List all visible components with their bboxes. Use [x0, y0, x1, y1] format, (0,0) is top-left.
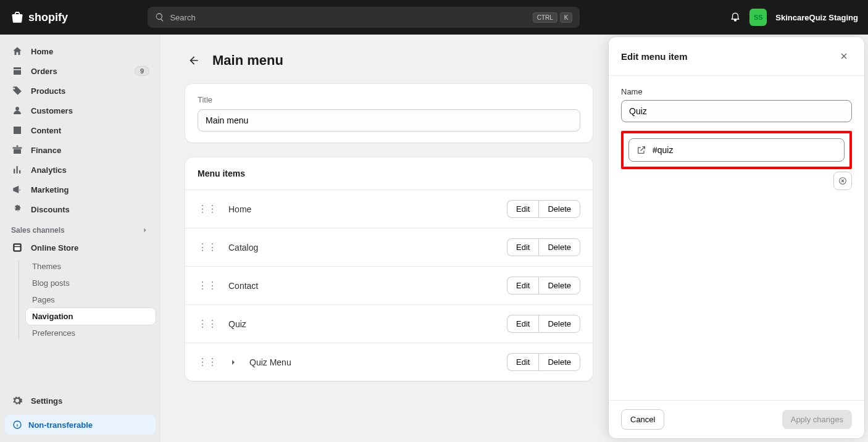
title-label: Title [198, 95, 580, 104]
link-input-wrapper[interactable] [628, 138, 845, 162]
drag-handle-icon[interactable]: ⋮⋮ [198, 280, 217, 291]
delete-button[interactable]: Delete [538, 200, 580, 218]
delete-button[interactable]: Delete [538, 238, 580, 256]
store-name[interactable]: SkincareQuiz Staging [775, 13, 858, 22]
sidebar-item-marketing[interactable]: Marketing [5, 180, 156, 199]
sidebar-item-label: Home [31, 47, 53, 56]
menu-item-label: Quiz Menu [249, 357, 496, 367]
sidebar-item-online-store[interactable]: Online Store [5, 238, 156, 257]
drag-handle-icon[interactable]: ⋮⋮ [198, 203, 217, 215]
edit-button[interactable]: Edit [507, 277, 538, 294]
external-link-icon [636, 145, 646, 155]
search-icon [155, 12, 165, 22]
gear-icon [11, 395, 23, 406]
menu-item-label: Contact [228, 281, 496, 291]
menu-row: ⋮⋮ Catalog Edit Delete [185, 228, 593, 266]
menu-row: ⋮⋮ Home Edit Delete [185, 190, 593, 228]
search-input[interactable]: Search CTRLK [148, 7, 580, 28]
non-transferable-badge[interactable]: Non-transferable [5, 415, 156, 435]
sidebar-item-label: Settings [31, 396, 62, 406]
menu-row: ⋮⋮ Contact Edit Delete [185, 266, 593, 304]
menu-item-label: Quiz [228, 319, 496, 329]
sidebar-item-customers[interactable]: Customers [5, 101, 156, 120]
products-icon [11, 85, 23, 96]
chevron-right-icon[interactable] [228, 357, 238, 367]
sidebar-item-products[interactable]: Products [5, 81, 156, 100]
page-title: Main menu [212, 52, 283, 69]
cancel-button[interactable]: Cancel [621, 409, 664, 430]
subnav-pages[interactable]: Pages [26, 291, 156, 308]
arrow-left-icon [188, 54, 200, 67]
clear-link-button[interactable] [833, 172, 852, 190]
sidebar-item-analytics[interactable]: Analytics [5, 161, 156, 179]
sidebar-item-label: Products [31, 86, 65, 96]
edit-button[interactable]: Edit [507, 315, 538, 333]
edit-button[interactable]: Edit [507, 238, 538, 256]
delete-button[interactable]: Delete [538, 353, 580, 371]
subnav-preferences[interactable]: Preferences [26, 325, 156, 341]
menu-row: ⋮⋮ Quiz Edit Delete [185, 304, 593, 343]
sidebar-item-label: Orders [31, 67, 57, 76]
close-button[interactable] [836, 48, 852, 64]
link-field-highlight [621, 131, 852, 169]
menu-items-card: Menu items ⋮⋮ Home Edit Delete ⋮⋮ Catalo… [185, 157, 593, 381]
link-input[interactable] [653, 145, 837, 155]
orders-icon [11, 65, 23, 77]
marketing-icon [11, 184, 23, 195]
subnav-navigation[interactable]: Navigation [26, 308, 156, 325]
delete-button[interactable]: Delete [538, 315, 580, 333]
sidebar-item-home[interactable]: Home [5, 42, 156, 60]
sidebar-item-label: Content [31, 126, 61, 135]
sidebar-item-label: Marketing [31, 185, 69, 194]
search-shortcut: CTRLK [533, 12, 573, 23]
sidebar-item-finance[interactable]: Finance [5, 141, 156, 159]
edit-button[interactable]: Edit [507, 200, 538, 218]
sidebar-item-label: Customers [31, 106, 73, 115]
sidebar-item-label: Finance [31, 146, 61, 155]
orders-badge: 9 [135, 66, 149, 76]
drag-handle-icon[interactable]: ⋮⋮ [198, 241, 217, 253]
sidebar-item-discounts[interactable]: Discounts [5, 200, 156, 219]
avatar[interactable]: SS [749, 9, 767, 26]
subnav-blog-posts[interactable]: Blog posts [26, 275, 156, 291]
menu-items-heading: Menu items [185, 157, 593, 190]
sidebar-item-label: Online Store [31, 243, 78, 252]
notifications-icon[interactable] [730, 12, 741, 23]
menu-item-label: Catalog [228, 243, 496, 252]
info-icon [12, 420, 22, 430]
apply-changes-button[interactable]: Apply changes [782, 410, 852, 429]
drag-handle-icon[interactable]: ⋮⋮ [198, 318, 217, 330]
analytics-icon [11, 164, 23, 175]
edit-button[interactable]: Edit [507, 353, 538, 371]
clear-icon [838, 176, 848, 186]
name-input[interactable] [621, 100, 852, 122]
sales-channels-heading: Sales channels [5, 220, 156, 237]
drag-handle-icon[interactable]: ⋮⋮ [198, 356, 217, 368]
customers-icon [11, 105, 23, 116]
sidebar-item-label: Discounts [31, 205, 70, 214]
sidebar-item-content[interactable]: Content [5, 121, 156, 140]
content-icon [11, 125, 23, 136]
back-button[interactable] [185, 52, 202, 69]
sidebar-item-orders[interactable]: Orders 9 [5, 62, 156, 80]
sidebar: Home Orders 9 Products Customers Content… [0, 35, 161, 442]
home-icon [11, 46, 23, 57]
shopify-bag-icon [10, 10, 25, 25]
menu-title-input[interactable] [198, 109, 580, 131]
discounts-icon [11, 204, 23, 215]
shopify-logo[interactable]: shopify [10, 10, 68, 25]
online-store-icon [11, 242, 23, 253]
sidebar-item-settings[interactable]: Settings [5, 391, 156, 410]
close-icon [839, 51, 849, 61]
chevron-right-icon[interactable] [141, 226, 149, 235]
edit-menu-item-drawer: Edit menu item Name Cancel [609, 37, 864, 438]
menu-item-label: Home [228, 204, 496, 214]
subnav-themes[interactable]: Themes [26, 258, 156, 275]
menu-row: ⋮⋮ Quiz Menu Edit Delete [185, 343, 593, 381]
name-label: Name [621, 87, 852, 96]
drawer-title: Edit menu item [621, 51, 688, 62]
brand-name: shopify [28, 11, 68, 24]
delete-button[interactable]: Delete [538, 277, 580, 294]
title-card: Title [185, 84, 593, 143]
search-placeholder: Search [170, 13, 195, 22]
